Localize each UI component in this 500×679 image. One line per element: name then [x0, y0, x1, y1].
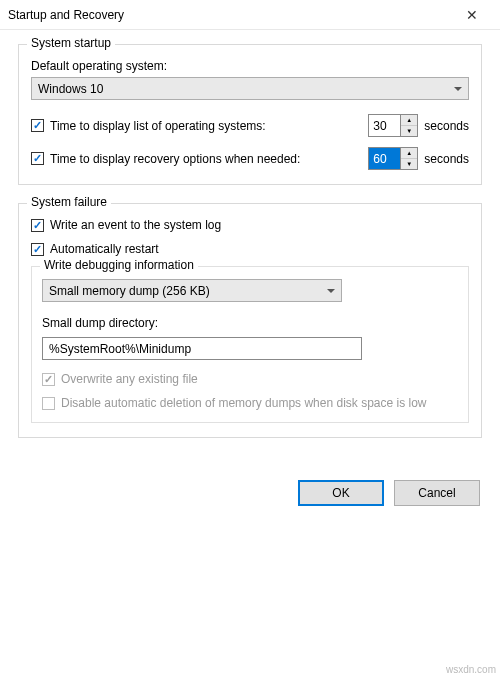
- display-list-checkbox[interactable]: [31, 119, 44, 132]
- dump-type-select[interactable]: Small memory dump (256 KB): [42, 279, 342, 302]
- spin-up-icon[interactable]: ▲: [401, 115, 417, 126]
- write-debug-legend: Write debugging information: [40, 258, 198, 272]
- dump-type-value: Small memory dump (256 KB): [49, 284, 210, 298]
- overwrite-checkbox: [42, 373, 55, 386]
- write-event-label: Write an event to the system log: [50, 218, 221, 232]
- display-recovery-spinner[interactable]: ▲ ▼: [368, 147, 418, 170]
- spin-down-icon[interactable]: ▼: [401, 159, 417, 169]
- dump-dir-input[interactable]: [42, 337, 362, 360]
- display-list-spinner[interactable]: ▲ ▼: [368, 114, 418, 137]
- default-os-value: Windows 10: [38, 82, 103, 96]
- system-failure-group: System failure Write an event to the sys…: [18, 203, 482, 438]
- write-event-checkbox[interactable]: [31, 219, 44, 232]
- display-list-row: Time to display list of operating system…: [31, 119, 266, 133]
- display-recovery-value[interactable]: [368, 147, 400, 170]
- close-icon: ✕: [466, 7, 478, 23]
- spin-up-icon[interactable]: ▲: [401, 148, 417, 159]
- close-button[interactable]: ✕: [452, 1, 492, 29]
- cancel-button[interactable]: Cancel: [394, 480, 480, 506]
- system-failure-legend: System failure: [27, 195, 111, 209]
- chevron-down-icon: [454, 87, 462, 91]
- system-startup-legend: System startup: [27, 36, 115, 50]
- display-list-unit: seconds: [424, 119, 469, 133]
- display-list-label: Time to display list of operating system…: [50, 119, 266, 133]
- overwrite-label: Overwrite any existing file: [61, 372, 198, 386]
- default-os-select[interactable]: Windows 10: [31, 77, 469, 100]
- dialog-buttons: OK Cancel: [0, 470, 500, 520]
- default-os-label: Default operating system:: [31, 59, 469, 73]
- watermark: wsxdn.com: [446, 664, 496, 675]
- display-list-value[interactable]: [368, 114, 400, 137]
- titlebar: Startup and Recovery ✕: [0, 0, 500, 30]
- disable-auto-delete-checkbox: [42, 397, 55, 410]
- window-title: Startup and Recovery: [8, 8, 452, 22]
- spin-down-icon[interactable]: ▼: [401, 126, 417, 136]
- write-event-row: Write an event to the system log: [31, 218, 469, 232]
- display-recovery-label: Time to display recovery options when ne…: [50, 152, 300, 166]
- system-startup-group: System startup Default operating system:…: [18, 44, 482, 185]
- disable-auto-delete-row: Disable automatic deletion of memory dum…: [42, 396, 458, 410]
- auto-restart-label: Automatically restart: [50, 242, 159, 256]
- dump-dir-label: Small dump directory:: [42, 316, 458, 330]
- content: System startup Default operating system:…: [0, 30, 500, 470]
- chevron-down-icon: [327, 289, 335, 293]
- disable-auto-delete-label: Disable automatic deletion of memory dum…: [61, 396, 427, 410]
- display-recovery-row: Time to display recovery options when ne…: [31, 152, 300, 166]
- display-recovery-unit: seconds: [424, 152, 469, 166]
- write-debug-group: Write debugging information Small memory…: [31, 266, 469, 423]
- overwrite-row: Overwrite any existing file: [42, 372, 458, 386]
- auto-restart-row: Automatically restart: [31, 242, 469, 256]
- display-recovery-checkbox[interactable]: [31, 152, 44, 165]
- ok-button[interactable]: OK: [298, 480, 384, 506]
- auto-restart-checkbox[interactable]: [31, 243, 44, 256]
